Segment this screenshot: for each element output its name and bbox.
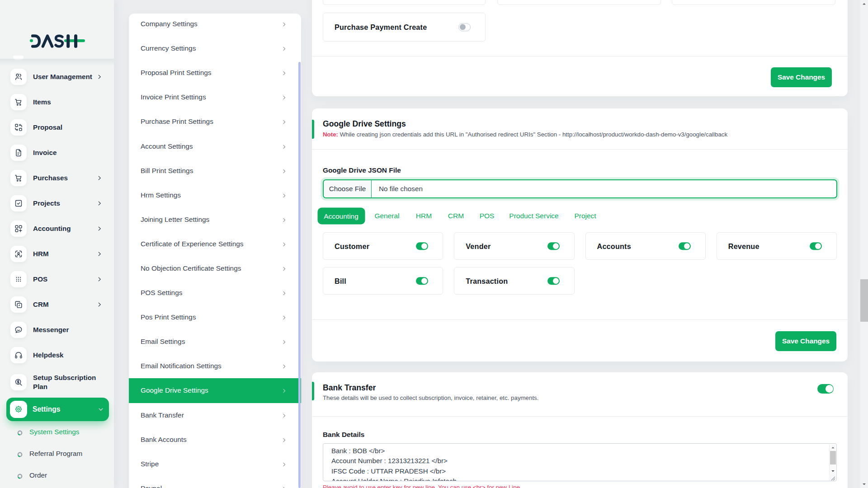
settings-menu-scrollbar[interactable]	[298, 62, 301, 488]
chat-bubble-icon-box	[10, 322, 27, 338]
dots-grid-icon-box	[10, 271, 27, 287]
module-label: Revenue	[728, 242, 760, 250]
settings-menu-item-label: Certificate of Experience Settings	[141, 240, 244, 248]
chevron-right-icon	[281, 412, 287, 418]
module-toggle-box-accounts: Accounts	[585, 232, 706, 260]
module-toggle[interactable]	[679, 242, 691, 250]
module-toggle[interactable]	[416, 242, 428, 250]
sidebar-item-projects[interactable]: Projects	[0, 191, 114, 216]
sidebar-item-proposal[interactable]: Proposal	[0, 115, 114, 140]
settings-menu-item-email-settings[interactable]: Email Settings	[129, 329, 301, 354]
settings-menu-item-bank-accounts[interactable]: Bank Accounts	[129, 427, 301, 452]
sidebar-item-crm[interactable]: CRM	[0, 292, 114, 317]
sidebar-item-settings[interactable]: Settings	[6, 398, 109, 421]
settings-menu-item-paypal[interactable]: Paypal	[129, 476, 301, 488]
tab-general[interactable]: General	[374, 212, 399, 220]
settings-menu-item-label: Bank Transfer	[141, 411, 184, 419]
overlap-squares-icon-box	[10, 296, 27, 313]
sidebar-item-user-management[interactable]: User Management	[0, 64, 114, 89]
settings-menu-item-invoice-print-settings[interactable]: Invoice Print Settings	[129, 85, 301, 109]
google-drive-settings-note: Note: While creating json credentials ad…	[323, 131, 727, 138]
settings-menu-item-hrm-settings[interactable]: Hrm Settings	[129, 183, 301, 207]
chevron-right-icon	[281, 119, 287, 125]
tab-crm[interactable]: CRM	[448, 212, 464, 220]
file-icon-box	[10, 145, 27, 161]
shopping-cart-icon-box	[10, 170, 27, 186]
sidebar-item-helpdesk[interactable]: Helpdesk	[0, 343, 114, 368]
module-toggle[interactable]	[547, 277, 560, 285]
gear-icon-box	[10, 401, 27, 418]
tab-hrm[interactable]: HRM	[416, 212, 432, 220]
card-header-divider	[312, 416, 848, 417]
bank-details-textarea[interactable]: Bank : BOB </br> Account Number : 123132…	[323, 443, 837, 481]
tab-pos[interactable]: POS	[480, 212, 495, 220]
settings-menu-item-purchase-print-settings[interactable]: Purchase Print Settings	[129, 109, 301, 134]
bank-transfer-title: Bank Transfer	[323, 383, 376, 392]
module-toggle[interactable]	[416, 277, 428, 285]
sidebar-subitem-referral-program[interactable]: Referral Program	[0, 443, 114, 465]
toggle-knob	[421, 278, 427, 284]
sidebar-item-purchases[interactable]: Purchases	[0, 165, 114, 191]
toggle-knob	[815, 243, 821, 249]
sidebar-subitem-label: Order	[29, 471, 47, 479]
settings-menu-panel: Company Settings Currency Settings Propo…	[129, 14, 301, 488]
settings-menu-item-certificate-of-experience-settings[interactable]: Certificate of Experience Settings	[129, 232, 301, 256]
sidebar-item-messenger[interactable]: Messenger	[0, 317, 114, 343]
sidebar-item-accounting[interactable]: Accounting	[0, 216, 114, 241]
sidebar-item-items[interactable]: Items	[0, 89, 114, 115]
settings-menu-item-pos-settings[interactable]: POS Settings	[129, 281, 301, 305]
bank-transfer-card: Bank Transfer These details will be used…	[312, 372, 848, 488]
sidebar-item-hrm[interactable]: HRM	[0, 241, 114, 267]
settings-menu-item-company-settings[interactable]: Company Settings	[129, 14, 301, 36]
tab-product-service[interactable]: Product Service	[509, 212, 558, 220]
sidebar-subitem-system-settings[interactable]: System Settings	[0, 421, 114, 443]
settings-menu-item-account-settings[interactable]: Account Settings	[129, 134, 301, 158]
chevron-right-icon	[281, 143, 287, 149]
textarea-scrollbar-thumb[interactable]	[830, 451, 836, 465]
sidebar-item-pos[interactable]: POS	[0, 267, 114, 292]
sidebar-subitem-order[interactable]: Order	[0, 465, 114, 486]
settings-menu-item-proposal-print-settings[interactable]: Proposal Print Settings	[129, 61, 301, 85]
sidebar-item-invoice[interactable]: Invoice	[0, 140, 114, 165]
settings-menu-item-pos-print-settings[interactable]: Pos Print Settings	[129, 305, 301, 329]
tab-project[interactable]: Project	[574, 212, 596, 220]
settings-menu-item-stripe[interactable]: Stripe	[129, 452, 301, 476]
bank-transfer-enabled-toggle[interactable]	[817, 384, 834, 394]
settings-menu-item-no-objection-certificate-settings[interactable]: No Objection Certificate Settings	[129, 256, 301, 281]
settings-menu-item-currency-settings[interactable]: Currency Settings	[129, 36, 301, 61]
settings-menu-item-joining-letter-settings[interactable]: Joining Letter Settings	[129, 207, 301, 232]
scroll-up-icon[interactable]	[862, 2, 866, 6]
scroll-down-icon[interactable]	[862, 482, 866, 486]
choose-file-button[interactable]: Choose File	[324, 180, 372, 197]
search-dollar-icon	[14, 378, 23, 387]
google-drive-json-file-input[interactable]: Choose File No file chosen	[323, 179, 837, 198]
save-changes-button[interactable]: Save Changes	[775, 331, 836, 351]
page-scrollbar-thumb[interactable]	[860, 279, 868, 322]
settings-menu-item-bank-transfer[interactable]: Bank Transfer	[129, 403, 301, 427]
sidebar-item-label: Accounting	[33, 224, 95, 233]
scroll-up-icon[interactable]	[831, 446, 835, 450]
card-header-divider	[312, 149, 848, 150]
user-scan-icon-box	[10, 246, 27, 262]
cart-icon-box	[10, 94, 27, 110]
sidebar-item-label: Projects	[33, 199, 95, 208]
google-drive-json-file-label: Google Drive JSON File	[323, 166, 401, 174]
purchase-payment-create-toggle[interactable]	[458, 23, 471, 31]
headphones-icon	[14, 351, 23, 360]
brand-logo[interactable]	[30, 34, 86, 48]
settings-menu-item-email-notification-settings[interactable]: Email Notification Settings	[129, 354, 301, 378]
chevron-right-icon	[281, 485, 287, 488]
sidebar-item-setup-subscription-plan[interactable]: Setup Subscription Plan	[0, 368, 114, 397]
settings-menu-item-bill-print-settings[interactable]: Bill Print Settings	[129, 159, 301, 183]
scroll-down-icon[interactable]	[831, 469, 835, 473]
save-changes-button[interactable]: Save Changes	[771, 67, 832, 87]
module-toggle[interactable]	[810, 242, 822, 250]
module-toggle[interactable]	[547, 242, 560, 250]
textarea-scrollbar[interactable]	[829, 444, 836, 474]
chevron-right-icon	[281, 436, 287, 442]
page-scrollbar[interactable]	[860, 0, 868, 488]
textarea-resize-grip[interactable]	[829, 474, 836, 481]
settings-menu-item-google-drive-settings[interactable]: Google Drive Settings	[129, 378, 301, 403]
tab-accounting[interactable]: Accounting	[317, 208, 365, 225]
chevron-right-icon	[281, 265, 287, 271]
